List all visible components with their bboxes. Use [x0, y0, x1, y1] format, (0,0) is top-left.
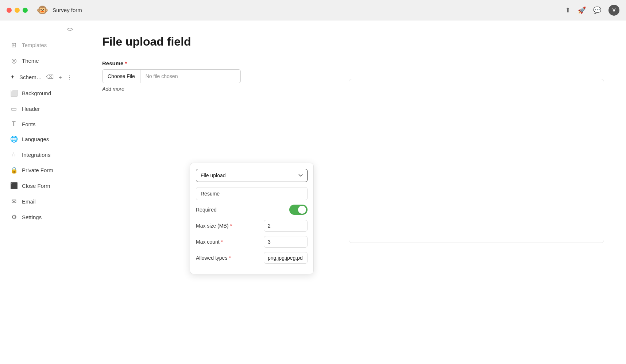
sidebar: <> ⊞ Templates ◎ Theme ✦ Schem… ⌫ + — [0, 20, 80, 364]
schema-delete-button[interactable]: ⌫ — [44, 73, 55, 81]
app-logo: 🐵 — [36, 4, 48, 16]
field-settings-popup: File upload Text Email Number Date Requi… — [190, 163, 314, 274]
sidebar-item-label: Private Form — [22, 167, 53, 173]
sidebar-item-templates[interactable]: ⊞ Templates — [3, 38, 77, 53]
sidebar-item-label: Header — [22, 106, 40, 112]
field-label: Resume * — [102, 60, 604, 66]
comment-icon[interactable]: 💬 — [593, 6, 601, 14]
sidebar-item-private-form[interactable]: 🔒 Private Form — [3, 163, 77, 178]
field-name-input[interactable] — [196, 187, 308, 200]
sidebar-item-close-form[interactable]: ⬛ Close Form — [3, 178, 77, 193]
email-icon: ✉ — [10, 198, 18, 205]
integrations-icon: ⑃ — [10, 151, 18, 158]
sidebar-top: <> — [0, 25, 80, 37]
required-toggle[interactable] — [289, 205, 308, 215]
app-title: Survey form — [53, 7, 561, 13]
sidebar-item-label: Integrations — [22, 152, 50, 158]
allowed-types-row: Allowed types * — [196, 252, 308, 264]
max-size-label: Max size (MB) * — [196, 223, 232, 229]
max-size-input[interactable] — [264, 220, 308, 232]
schema-actions: ⌫ + ⋮ — [44, 73, 74, 81]
close-form-icon: ⬛ — [10, 182, 18, 190]
max-count-input[interactable] — [264, 236, 308, 248]
max-count-row: Max count * — [196, 236, 308, 248]
sidebar-item-email[interactable]: ✉ Email — [3, 194, 77, 209]
schema-icon: ✦ — [10, 74, 15, 80]
sidebar-item-fonts[interactable]: T Fonts — [3, 117, 77, 131]
sidebar-item-integrations[interactable]: ⑃ Integrations — [3, 147, 77, 162]
avatar[interactable]: V — [608, 5, 619, 16]
sidebar-item-theme[interactable]: ◎ Theme — [3, 53, 77, 68]
languages-icon: 🌐 — [10, 135, 18, 143]
private-form-icon: 🔒 — [10, 166, 18, 174]
no-file-text: No file chosen — [140, 70, 183, 83]
sidebar-item-label: Languages — [22, 136, 49, 142]
fonts-icon: T — [10, 121, 18, 127]
field-type-select[interactable]: File upload Text Email Number Date — [196, 169, 308, 182]
max-count-label: Max count * — [196, 239, 223, 245]
minimize-button[interactable] — [15, 8, 20, 13]
sidebar-item-settings[interactable]: ⚙ Settings — [3, 210, 77, 225]
allowed-types-required-star: * — [229, 255, 231, 261]
sidebar-item-label: Background — [22, 90, 51, 96]
choose-file-button[interactable]: Choose File — [103, 70, 140, 83]
rocket-icon[interactable]: 🚀 — [578, 6, 586, 14]
preview-area — [349, 79, 604, 243]
toggle-slider — [289, 205, 308, 215]
header-icon: ▭ — [10, 105, 18, 113]
max-size-required-star: * — [230, 223, 232, 229]
max-count-required-star: * — [221, 239, 223, 245]
required-star: * — [125, 60, 127, 66]
theme-icon: ◎ — [10, 57, 18, 65]
close-button[interactable] — [7, 8, 12, 13]
schema-add-button[interactable]: + — [57, 73, 64, 81]
titlebar: 🐵 Survey form ⬆ 🚀 💬 V — [0, 0, 626, 20]
traffic-lights — [7, 8, 28, 13]
page-title: File upload field — [102, 35, 604, 49]
sidebar-item-header[interactable]: ▭ Header — [3, 101, 77, 116]
sidebar-item-label: Templates — [22, 42, 47, 48]
sidebar-item-languages[interactable]: 🌐 Languages — [3, 132, 77, 147]
background-icon: ⬜ — [10, 89, 18, 97]
main-layout: <> ⊞ Templates ◎ Theme ✦ Schem… ⌫ + — [0, 20, 626, 364]
required-row: Required — [196, 205, 308, 215]
file-input-wrapper: Choose File No file chosen — [102, 69, 241, 83]
settings-icon: ⚙ — [10, 213, 18, 221]
templates-icon: ⊞ — [10, 41, 18, 49]
titlebar-actions: ⬆ 🚀 💬 V — [565, 5, 619, 16]
sidebar-toggle-button[interactable]: <> — [65, 25, 75, 34]
sidebar-item-background[interactable]: ⬜ Background — [3, 86, 77, 101]
required-label: Required — [196, 207, 217, 213]
schema-more-button[interactable]: ⋮ — [65, 73, 74, 81]
sidebar-item-label: Theme — [22, 58, 39, 64]
schema-label: ✦ Schem… — [10, 74, 42, 80]
share-icon[interactable]: ⬆ — [565, 6, 571, 14]
maximize-button[interactable] — [23, 8, 28, 13]
sidebar-item-schema[interactable]: ✦ Schem… ⌫ + ⋮ — [3, 69, 77, 85]
sidebar-item-label: Fonts — [22, 121, 36, 127]
allowed-types-label: Allowed types * — [196, 255, 231, 261]
sidebar-item-label: Settings — [22, 214, 42, 220]
content-area: File upload field Resume * Choose File N… — [80, 20, 626, 364]
sidebar-item-label: Close Form — [22, 183, 50, 189]
max-size-row: Max size (MB) * — [196, 220, 308, 232]
allowed-types-input[interactable] — [264, 252, 308, 264]
add-more-link[interactable]: Add more — [102, 86, 124, 92]
sidebar-item-label: Email — [22, 198, 36, 205]
